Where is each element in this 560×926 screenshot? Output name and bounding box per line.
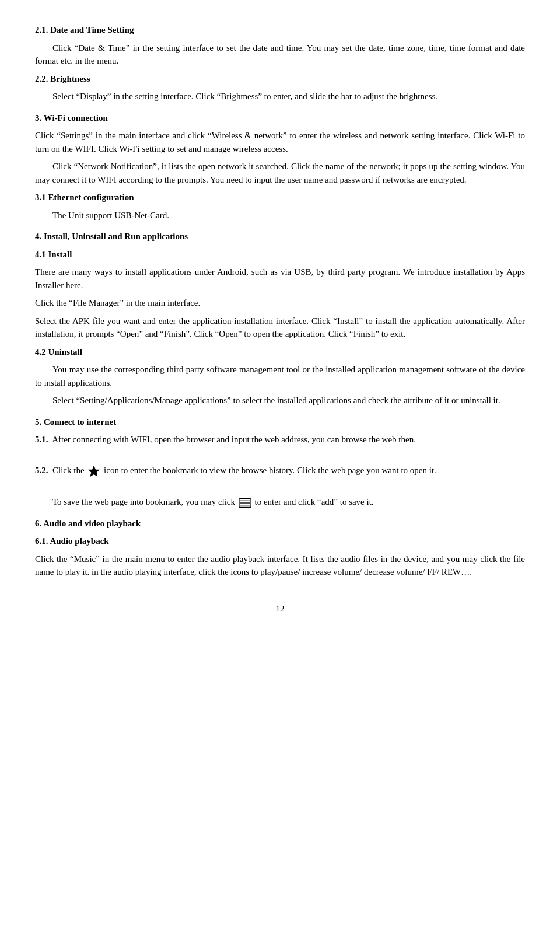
section-6-1-p1: Click the “Music” in the main menu to en… <box>35 553 525 579</box>
bookmark-star-icon <box>88 465 100 478</box>
section-5: 5. Connect to internet 5.1. After connec… <box>35 415 525 509</box>
section-5-1: 5.1. After connecting with WIFI, open th… <box>35 433 525 446</box>
section-3-1-heading: 3.1 Ethernet configuration <box>35 191 525 204</box>
section-5-2-save: To save the web page into bookmark, you … <box>35 495 525 509</box>
section-3-1-p1: The Unit support USB-Net-Card. <box>35 209 525 222</box>
section-4-1-p1: There are many ways to install applicati… <box>35 265 525 292</box>
section-2-2-p1: Select “Display” in the setting interfac… <box>35 90 525 103</box>
section-2-1-p1: Click “Date & Time” in the setting inter… <box>35 41 525 68</box>
section-4-1-p2: Click the “File Manager” in the main int… <box>35 296 525 310</box>
section-6-1-heading: 6.1. Audio playback <box>35 534 525 548</box>
section-4-1-heading: 4.1 Install <box>35 248 525 261</box>
section-5-2: 5.2. Click the icon to enter the bookmar… <box>35 464 525 478</box>
menu-list-icon <box>239 498 251 508</box>
section-4: 4. Install, Uninstall and Run applicatio… <box>35 230 525 407</box>
section-4-2-heading: 4.2 Uninstall <box>35 345 525 359</box>
section-4-2-p1: You may use the corresponding third part… <box>35 363 525 389</box>
section-4-1-p3: Select the APK file you want and enter t… <box>35 315 525 341</box>
section-3: 3. Wi-Fi connection Click “Settings” in … <box>35 111 525 222</box>
section-3-p1: Click “Settings” in the main interface a… <box>35 129 525 155</box>
section-3-heading: 3. Wi-Fi connection <box>35 111 525 125</box>
section-3-p2: Click “Network Notification”, it lists t… <box>35 160 525 186</box>
section-2-1: 2.1. Date and Time Setting Click “Date &… <box>35 23 525 103</box>
svg-marker-0 <box>89 466 99 476</box>
section-6: 6. Audio and video playback 6.1. Audio p… <box>35 517 525 579</box>
section-5-heading: 5. Connect to internet <box>35 415 525 429</box>
section-2-2-heading: 2.2. Brightness <box>35 72 525 86</box>
page-number: 12 <box>35 602 525 616</box>
section-4-heading: 4. Install, Uninstall and Run applicatio… <box>35 230 525 243</box>
section-6-heading: 6. Audio and video playback <box>35 517 525 530</box>
section-2-1-heading: 2.1. Date and Time Setting <box>35 23 525 37</box>
section-4-2-p2: Select “Setting/Applications/Manage appl… <box>35 394 525 407</box>
